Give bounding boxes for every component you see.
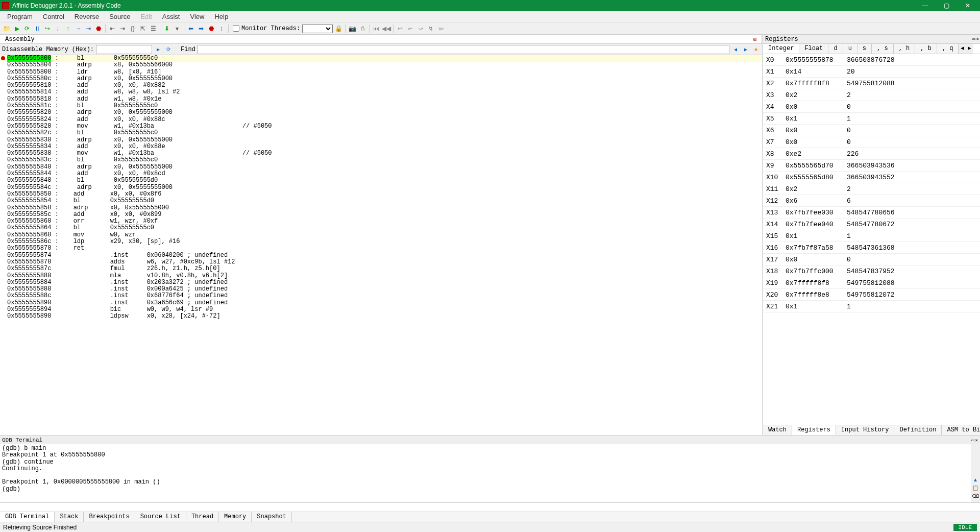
asm-row[interactable]: 0x5555555810 : add x0, x0, #0x882 <box>0 82 762 89</box>
close-icon[interactable]: ✕ <box>975 438 978 443</box>
tab-scroll-left[interactable]: ◀ <box>959 44 966 54</box>
rewind-icon[interactable]: ◀◀ <box>382 24 391 33</box>
asm-row[interactable]: 0x5555555874 .inst 0x06040200 ; undefine… <box>0 252 762 259</box>
gear-icon[interactable]: ✺ <box>752 45 760 54</box>
asm-row[interactable]: 0x5555555824 : add x0, x0, #0x88c <box>0 116 762 123</box>
asm-row[interactable]: 0x5555555894 bic w0, w9, w4, lsr #9 <box>0 306 762 313</box>
asm-row[interactable]: 0x5555555848 : bl 0x55555555d0 <box>0 177 762 184</box>
snapshot-icon[interactable]: ⎙ <box>358 24 367 33</box>
find-next-icon[interactable]: ▶ <box>742 45 750 54</box>
prev-icon[interactable]: ⬅ <box>186 24 195 33</box>
menu-control[interactable]: Control <box>38 12 69 21</box>
lock-icon[interactable]: 🔒 <box>334 24 343 33</box>
asm-row[interactable]: 0x5555555828 : mov w1, #0x13ba // #5050 <box>0 123 762 130</box>
asm-row[interactable]: 0x555555580c : adrp x0, 0x5555555000 <box>0 76 762 82</box>
asm-row[interactable]: 0x5555555818 : add w1, w8, #0x1e <box>0 96 762 103</box>
next-icon[interactable]: ➡ <box>197 24 206 33</box>
menu-program[interactable]: Program <box>2 12 38 21</box>
asm-row[interactable]: 0x5555555880 mla v10.8h, v0.8h, v6.h[2] <box>0 273 762 279</box>
register-row[interactable]: X130x7fb7fee030548547780656 <box>763 207 980 219</box>
register-row[interactable]: X190x7fffff8f8549755812088 <box>763 277 980 289</box>
terminal-output[interactable]: (gdb) b main Breakpoint 1 at 0x555555580… <box>0 444 971 502</box>
register-row[interactable]: X120x66 <box>763 195 980 207</box>
asm-row[interactable]: 0x555555581c : bl 0x55555555c0 <box>0 103 762 109</box>
rev-continue-icon[interactable]: ⇦ <box>436 24 446 33</box>
nexti-icon[interactable]: ⇥ <box>84 24 93 33</box>
find-prev-icon[interactable]: ◀ <box>731 45 740 54</box>
termtab-thread[interactable]: Thread <box>186 512 219 522</box>
run-icon[interactable]: ▶ <box>12 24 21 33</box>
threads-select[interactable] <box>302 24 333 33</box>
asm-row[interactable]: 0x5555555890 .inst 0x3a656c69 ; undefine… <box>0 300 762 306</box>
menu-edit[interactable]: Edit <box>135 12 157 21</box>
terminal-input[interactable] <box>0 503 970 512</box>
register-row[interactable]: X140x7fb7fee040548547780672 <box>763 219 980 230</box>
register-row[interactable]: X170x00 <box>763 254 980 265</box>
asm-row[interactable]: 0x5555555860 : orr w1, wzr, #0xf <box>0 218 762 225</box>
btab-input-history[interactable]: Input History <box>836 425 895 435</box>
btab-registers[interactable]: Registers <box>792 425 836 435</box>
step-over-icon[interactable]: ↪ <box>43 24 52 33</box>
disasm-memory-input[interactable] <box>96 45 152 54</box>
float-icon[interactable]: ▭ <box>972 36 975 42</box>
rev-next-icon[interactable]: ⤺ <box>406 24 415 33</box>
regtab-s[interactable]: , s <box>872 44 894 54</box>
asm-row[interactable]: 0x5555555854 : bl 0x55555555d0 <box>0 198 762 204</box>
refresh-icon[interactable]: ⟳ <box>164 45 173 54</box>
list-icon[interactable]: ☰ <box>149 24 158 33</box>
register-row[interactable]: X110x22 <box>763 183 980 195</box>
asm-row[interactable]: 0x5555555808 : ldr w8, [x8, #16] <box>0 69 762 76</box>
register-row[interactable]: X20x7fffff8f8549755812088 <box>763 78 980 89</box>
register-row[interactable]: X90x5555565d70366503943536 <box>763 160 980 172</box>
asm-row[interactable]: 0x555555585c : add x0, x0, #0x899 <box>0 211 762 218</box>
asm-row[interactable]: 0x5555555820 : adrp x0, 0x5555555000 <box>0 109 762 116</box>
register-row[interactable]: X40x00 <box>763 101 980 113</box>
open-icon[interactable]: 📁 <box>2 24 11 33</box>
breakpoint-icon[interactable] <box>1 56 5 60</box>
register-row[interactable]: X100x5555565d80366503943552 <box>763 172 980 183</box>
register-list[interactable]: X00x5555555878366503876728X10x1420X20x7f… <box>763 54 980 425</box>
btab-definition[interactable]: Definition <box>894 425 942 435</box>
menu-source[interactable]: Source <box>104 12 135 21</box>
asm-row[interactable]: 0x555555587c fmul z26.h, z1.h, z5.h[0] <box>0 265 762 272</box>
dropdown-icon[interactable]: ▾ <box>173 24 182 33</box>
asm-row[interactable]: 0x5555555840 : adrp x0, 0x5555555000 <box>0 164 762 171</box>
refresh-icon[interactable]: ⟳ <box>22 24 32 33</box>
asm-row[interactable]: 0x5555555838 : mov w1, #0x13ba // #5050 <box>0 150 762 157</box>
asm-row[interactable]: 0x5555555850 : add x0, x0, #0x8f6 <box>0 191 762 198</box>
asm-row[interactable]: 0x555555588c .inst 0x68776f64 ; undefine… <box>0 293 762 299</box>
register-row[interactable]: X50x11 <box>763 113 980 125</box>
close-icon[interactable]: ✕ <box>976 36 979 42</box>
indent-right-icon[interactable]: ⇥ <box>118 24 127 33</box>
regtab-h[interactable]: , h <box>894 44 916 54</box>
register-row[interactable]: X80xe2226 <box>763 148 980 160</box>
asm-row[interactable]: 0x5555555858 : adrp x0, 0x5555555000 <box>0 205 762 211</box>
menu-assist[interactable]: Assist <box>157 12 185 21</box>
indent-left-icon[interactable]: ⇤ <box>108 24 117 33</box>
copy-icon[interactable]: 📋 <box>972 485 979 492</box>
asm-row[interactable]: 0x5555555898 ldpsw x0, x28, [x24, #-72] <box>0 313 762 320</box>
pause-icon[interactable]: ⏸ <box>33 24 42 33</box>
outdent-icon[interactable]: ⇱ <box>138 24 148 33</box>
register-row[interactable]: X10x1420 <box>763 66 980 78</box>
asm-row[interactable]: 0x5555555830 : adrp x0, 0x5555555000 <box>0 137 762 143</box>
btab-watch[interactable]: Watch <box>763 425 792 435</box>
download-icon[interactable]: ⬇ <box>162 24 172 33</box>
asm-row[interactable]: 0x5555555844 : add x0, x0, #0x8cd <box>0 171 762 177</box>
menu-reverse[interactable]: Reverse <box>69 12 104 21</box>
goto-pc-icon[interactable]: ⬣ <box>207 24 216 33</box>
bracket-icon[interactable]: {} <box>128 24 137 33</box>
asm-row[interactable]: 0x5555555884 .inst 0x203a3272 ; undefine… <box>0 279 762 286</box>
termtab-gdb-terminal[interactable]: GDB Terminal <box>0 512 55 522</box>
stop-icon[interactable]: ⬣ <box>94 24 103 33</box>
regtab-q[interactable]: , q <box>937 44 959 54</box>
asm-row[interactable]: 0x5555555868 : mov w0, wzr <box>0 232 762 238</box>
regtab-integer[interactable]: Integer <box>763 44 799 54</box>
regtab-float[interactable]: Float <box>799 44 828 54</box>
register-row[interactable]: X00x5555555878366503876728 <box>763 54 980 66</box>
asm-row[interactable]: 0x5555555804 : adrp x8, 0x5555566000 <box>0 62 762 68</box>
asm-row[interactable]: 0x5555555878 adds w6, w27, #0xc9b, lsl #… <box>0 259 762 265</box>
register-row[interactable]: X30x22 <box>763 89 980 101</box>
regtab-d[interactable]: d <box>828 44 843 54</box>
termtab-source-list[interactable]: Source List <box>135 512 186 522</box>
